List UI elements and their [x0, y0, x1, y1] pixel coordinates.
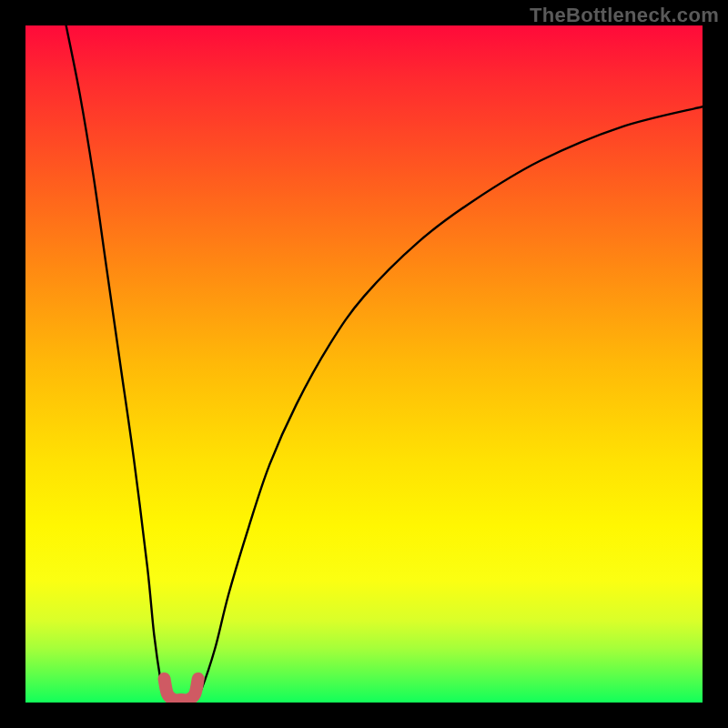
chart-frame: TheBottleneck.com [0, 0, 728, 728]
curve-left [66, 25, 168, 699]
watermark-text: TheBottleneck.com [530, 4, 719, 27]
plot-area [25, 25, 703, 703]
valley-marker [165, 679, 198, 701]
curve-layer [25, 25, 703, 703]
curve-right [195, 106, 703, 699]
